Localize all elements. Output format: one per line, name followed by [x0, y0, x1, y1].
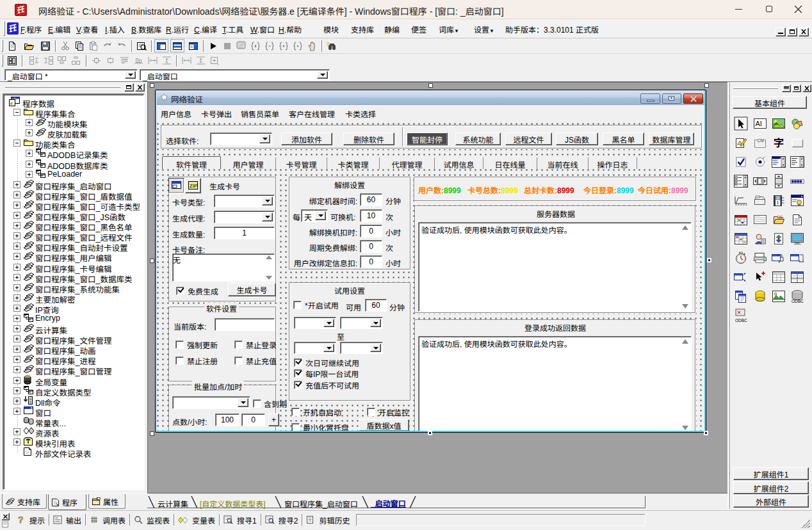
svg-text:?: ? [18, 515, 24, 525]
svg-text:ODBC: ODBC [792, 299, 804, 303]
svg-text:ZIP: ZIP [190, 183, 197, 189]
svg-text:字: 字 [774, 138, 784, 149]
svg-text:CN: CN [758, 138, 764, 143]
svg-text:1: 1 [777, 200, 779, 205]
svg-text:ODBC: ODBC [735, 318, 747, 323]
svg-text:DIF: DIF [777, 215, 783, 219]
svg-text:e: e [10, 100, 13, 106]
svg-text:✍: ✍ [238, 42, 246, 49]
svg-text:AI: AI [756, 120, 762, 127]
